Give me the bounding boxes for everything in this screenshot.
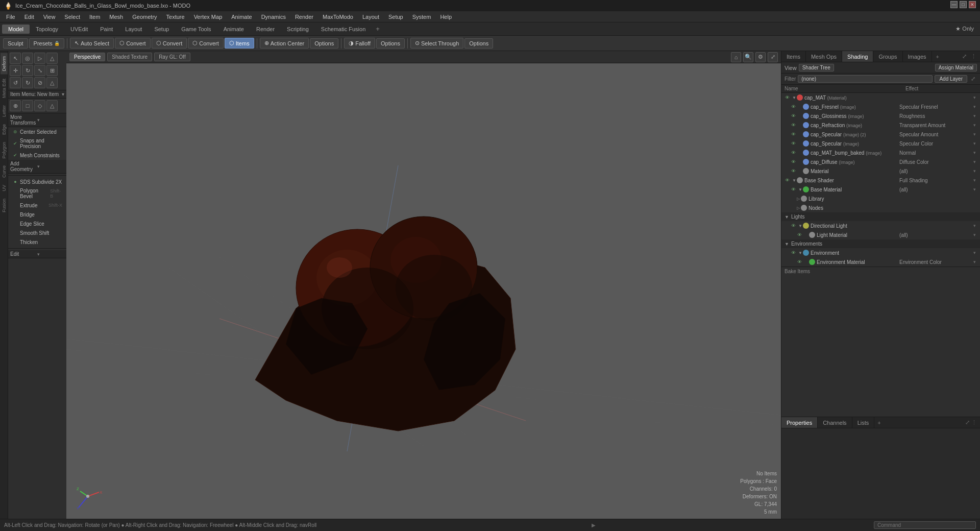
expand-base-material[interactable]: ▼ [798,187,803,192]
tool-icon-scale[interactable]: ⤡ [34,65,45,76]
menu-item[interactable]: Item [85,13,104,21]
mode-tab-scripting[interactable]: Scripting [281,25,315,34]
mode-tab-uvedit[interactable]: UVEdit [64,25,94,34]
expand-cap-specular[interactable] [798,141,803,146]
rpanel-icon-more[interactable]: ⋮ [969,52,978,61]
tree-item-cap-refraction[interactable]: 👁 cap_Refraction (Image) Transparent Amo… [781,120,980,130]
eye-cap-refraction[interactable]: 👁 [790,122,797,129]
brp-add-tab[interactable]: + [874,419,884,427]
shader-tree-content[interactable]: 👁 ▼ cap_MAT (Material) ▾ 👁 cap_Fresnel (… [781,93,980,417]
smooth-shift-button[interactable]: Smooth Shift [10,229,64,237]
options-btn-1[interactable]: Options [310,38,338,49]
vp-icon-home[interactable]: ⌂ [731,52,741,62]
eye-cap-mat[interactable]: 👁 [783,94,791,101]
close-button[interactable]: ✕ [969,1,976,8]
tool-icon-redo[interactable]: ↻ [22,77,33,88]
tree-item-directional-light[interactable]: 👁 ▼ Directional Light ▾ [781,221,980,230]
mode-tab-model[interactable]: Model [2,25,30,34]
items-button[interactable]: ⬡ Items [225,38,254,49]
item-menu-arrow[interactable]: ▾ [62,91,64,97]
rpanel-tab-mesh-ops[interactable]: Mesh Ops [806,51,842,62]
assign-material-button[interactable]: Assign Material [935,64,977,71]
expand-directional-light[interactable]: ▼ [798,223,803,228]
menu-maxtomodo[interactable]: MaxToModo [318,13,357,21]
arrow-cap-refraction[interactable]: ▾ [971,123,978,128]
tool-icon-new-item[interactable]: ⊕ [10,100,21,111]
tree-item-base-shader[interactable]: 👁 ▼ Base Shader Full Shading ▾ [781,176,980,185]
mode-tab-animate[interactable]: Animate [217,25,250,34]
mode-tab-paint[interactable]: Paint [94,25,119,34]
arrow-cap-bump[interactable]: ▾ [971,150,978,155]
add-layer-button[interactable]: Add Layer [935,75,967,83]
menu-animate[interactable]: Animate [227,13,256,21]
arrow-environment[interactable]: ▾ [971,250,978,255]
expand-cap-bump[interactable] [798,150,803,155]
arrow-cap-fresnel[interactable]: ▾ [971,104,978,109]
tool-icon-select[interactable]: ↖ [10,53,21,64]
extrude-button[interactable]: Extrude Shift-X [10,201,64,209]
presets-button[interactable]: Presets 🔒 [29,38,64,49]
tool-icon-extra[interactable]: △ [46,77,58,88]
maximize-button[interactable]: □ [960,1,967,8]
menu-help[interactable]: Help [436,13,456,21]
rpanel-icon-expand[interactable]: ⤢ [961,52,968,61]
tool-icon-rotate[interactable]: ↻ [22,65,33,76]
menu-setup[interactable]: Setup [384,13,407,21]
tree-item-cap-mat[interactable]: 👁 ▼ cap_MAT (Material) ▾ [781,93,980,102]
sculpt-button[interactable]: Sculpt [3,38,28,49]
command-input[interactable] [874,521,976,529]
view-perspective-btn[interactable]: Perspective [69,53,105,61]
tool-icon-circle[interactable]: ◎ [22,53,33,64]
tool-icon-undo[interactable]: ↺ [10,77,21,88]
tool-icon-tri[interactable]: ▷ [34,53,45,64]
tree-item-environment[interactable]: 👁 ▼ Environment ▾ [781,248,980,257]
eye-cap-fresnel[interactable]: 👁 [790,103,797,110]
rpanel-tab-shading[interactable]: Shading [842,51,873,62]
menu-vertex-map[interactable]: Vertex Map [190,13,227,21]
snaps-precision-button[interactable]: ✔ Snaps and Precision [10,137,64,150]
arrow-cap-specular[interactable]: ▾ [971,141,978,146]
status-arrow[interactable]: ▶ [592,522,599,528]
expand-environment-material[interactable] [804,259,809,264]
arrow-light-material[interactable]: ▾ [971,232,978,237]
vtab-uv[interactable]: UV [1,182,8,195]
viewport-canvas[interactable]: No Items Polygons : Face Channels: 0 Def… [66,63,781,519]
eye-material[interactable]: 👁 [790,167,797,175]
menu-view[interactable]: View [39,13,60,21]
vtab-deform[interactable]: Deform [1,53,8,75]
mode-tab-layout[interactable]: Layout [119,25,148,34]
mode-tab-schematic[interactable]: Schematic Fusion [315,25,372,34]
polygon-bevel-button[interactable]: Polygon Bevel Shift-B [10,187,64,200]
menu-geometry[interactable]: Geometry [128,13,161,21]
menu-system[interactable]: System [408,13,435,21]
mode-tab-topology[interactable]: Topology [30,25,64,34]
vtab-letter[interactable]: Letter [1,102,8,120]
tree-item-cap-bump[interactable]: 👁 cap_MAT_bump_baked (Image) Normal ▾ [781,148,980,157]
expand-library[interactable]: ▷ [796,196,801,201]
arrow-base-shader[interactable]: ▾ [971,178,978,183]
vtab-curve[interactable]: Curve [1,162,8,181]
eye-base-shader[interactable]: 👁 [783,177,791,184]
more-transforms-header[interactable]: More Transforms ▾ [8,113,66,127]
expand-cap-refraction[interactable] [798,123,803,128]
tree-item-material[interactable]: 👁 Material (all) ▾ [781,166,980,176]
action-center-button[interactable]: ⊕ Action Center [260,38,309,49]
tree-item-base-material[interactable]: 👁 ▼ Base Material (all) ▾ [781,185,980,194]
expand-light-material[interactable] [804,232,809,237]
menu-render[interactable]: Render [291,13,317,21]
vp-icon-settings[interactable]: ⚙ [755,52,766,62]
options-btn-2[interactable]: Options [376,38,405,49]
vtab-polygon[interactable]: Polygon [1,139,8,162]
brp-tab-lists[interactable]: Lists [852,417,875,428]
menu-file[interactable]: File [2,13,19,21]
arrow-cap-glossiness[interactable]: ▾ [971,113,978,118]
convert-btn-1[interactable]: ⬡ Convert [115,38,151,49]
vp-icon-search[interactable]: 🔍 [743,52,753,62]
tool-icon-diamond[interactable]: ◇ [34,100,45,111]
eye-environment-material[interactable]: 👁 [796,258,803,266]
vtab-fusion[interactable]: Fusion [1,196,8,215]
expand-cap-specular-2[interactable] [798,132,803,137]
brp-tab-properties[interactable]: Properties [781,417,818,428]
mesh-constraints-button[interactable]: ✔ Mesh Constraints [10,151,64,159]
arrow-cap-diffuse[interactable]: ▾ [971,159,978,164]
